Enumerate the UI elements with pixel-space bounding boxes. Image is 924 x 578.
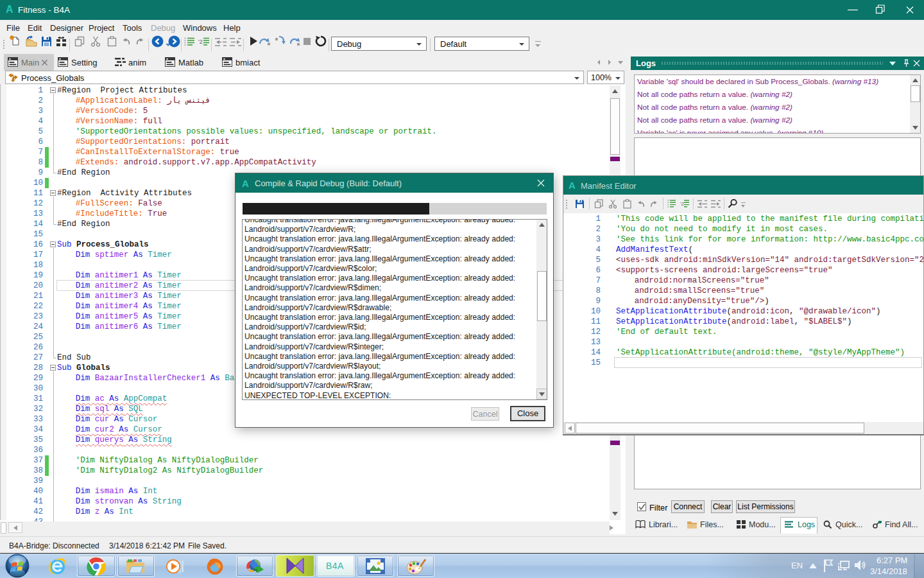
svg-text:'2: '2	[680, 201, 685, 207]
svg-text:'2: '2	[198, 39, 203, 45]
